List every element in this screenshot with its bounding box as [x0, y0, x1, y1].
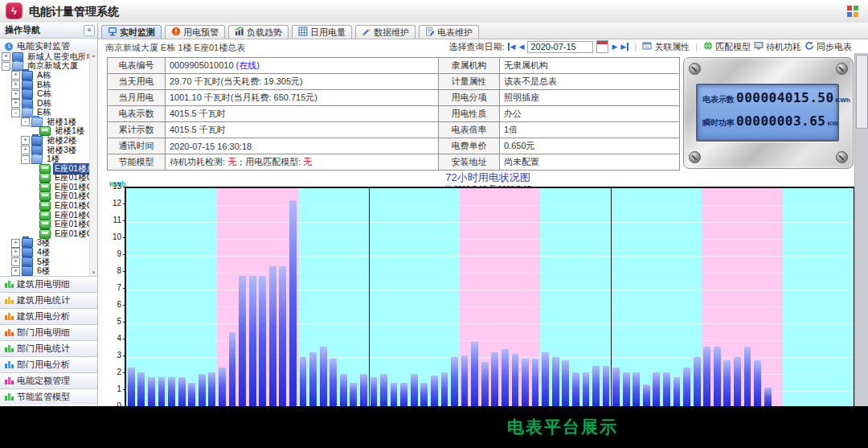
- link-attributes-button[interactable]: 关联属性: [642, 41, 690, 53]
- hourly-usage-bar: [744, 347, 751, 406]
- app-logo-icon: ϟ: [6, 2, 23, 19]
- hourly-usage-bar: [612, 368, 620, 406]
- lcd-row-reading: 电表示数 000004015.50 KWh: [702, 90, 834, 113]
- next-date-button[interactable]: ▶: [612, 43, 617, 51]
- first-date-button[interactable]: ◀: [508, 43, 516, 51]
- sidebar-section-部门用电明细[interactable]: 部门用电明细: [0, 324, 97, 340]
- tree-scrollbar[interactable]: ▲▼: [89, 52, 97, 276]
- tree-expander-icon[interactable]: +: [21, 146, 30, 154]
- tab-日用电量[interactable]: 日用电量: [292, 25, 352, 39]
- hourly-usage-bar: [734, 357, 741, 406]
- hourly-usage-bar: [481, 362, 489, 406]
- sidebar-section-label: 建筑用电分析: [17, 310, 70, 323]
- previous-date-button[interactable]: ◀: [519, 43, 525, 51]
- sidebar-section-建筑用电分析[interactable]: 建筑用电分析: [0, 308, 97, 324]
- hourly-usage-bar: [603, 366, 610, 407]
- meter-icon: [39, 201, 51, 211]
- alert-icon: [171, 27, 181, 38]
- gridline: [126, 222, 854, 223]
- sidebar-section-建筑用电统计[interactable]: 建筑用电统计: [0, 292, 97, 308]
- tab-用电预警[interactable]: 用电预警: [165, 25, 225, 39]
- scrollbar-thumb[interactable]: [856, 55, 868, 129]
- tree-expander-icon[interactable]: +: [11, 71, 20, 80]
- tree-expander-icon[interactable]: +: [21, 136, 30, 145]
- breadcrumb: 南京新城大厦 E栋 1楼 E座01楼总表: [105, 42, 245, 54]
- screw-icon: [689, 151, 701, 163]
- y-tick-mark: [123, 322, 126, 323]
- tab-label: 电表维护: [437, 27, 473, 39]
- date-label: 选择查询日期:: [449, 41, 505, 53]
- y-tick-label: 1: [104, 384, 121, 393]
- tree-expander-icon[interactable]: -: [21, 155, 30, 164]
- tree-expander-icon[interactable]: +: [2, 52, 10, 61]
- sidebar-section-部门用电统计[interactable]: 部门用电统计: [0, 340, 97, 356]
- hourly-usage-bar: [148, 377, 155, 406]
- main-scrollbar[interactable]: [854, 53, 868, 406]
- hourly-usage-bar: [158, 377, 166, 406]
- tree-expander-icon[interactable]: +: [11, 90, 20, 99]
- linkgrid-icon: [642, 41, 652, 52]
- tab-负载趋势[interactable]: 负载趋势: [228, 25, 289, 39]
- folder-icon: [31, 117, 43, 127]
- y-tick-label: 6: [104, 300, 121, 309]
- sidebar-header-label: 操作导航: [5, 25, 40, 35]
- y-tick-label: 10: [104, 232, 121, 241]
- sync-meter-button[interactable]: 同步电表: [805, 41, 852, 53]
- row-value: 尚未配置: [500, 154, 680, 171]
- tree-expander-icon[interactable]: -: [2, 62, 10, 71]
- hourly-usage-bar: [562, 360, 569, 406]
- tree-expander-icon[interactable]: +: [11, 239, 20, 248]
- day-divider-line: [369, 188, 370, 406]
- bar-chart-icon: [4, 343, 14, 355]
- titlebar: ϟ 电能计量管理系统: [0, 0, 868, 23]
- tree-expander-icon[interactable]: +: [11, 248, 20, 257]
- tree-expander-icon[interactable]: +: [11, 99, 20, 108]
- tree-expander-icon[interactable]: +: [11, 267, 20, 276]
- y-tick-label: 8: [104, 266, 121, 275]
- tree-item[interactable]: E座01楼C7: [0, 229, 97, 239]
- tab-电表维护[interactable]: 电表维护: [419, 25, 479, 39]
- last-date-button[interactable]: ▶: [620, 43, 628, 51]
- sidebar: 操作导航 « 电能实时监管 +新城人居变电所电-南京新城大厦+A栋+B栋+C栋+…: [0, 23, 98, 406]
- tab-数据维护[interactable]: 数据维护: [355, 25, 416, 39]
- lcd-label: 电表示数: [702, 94, 736, 105]
- toolbar-button-label: 同步电表: [817, 41, 852, 53]
- tab-bar: 实时监测用电预警负载趋势日用电量数据维护电表维护: [98, 23, 868, 39]
- tree-expander-icon[interactable]: -: [21, 117, 30, 126]
- tree-item[interactable]: 裙楼1楼: [0, 127, 97, 137]
- toolbar-button-label: 待机功耗: [766, 41, 801, 53]
- sidebar-section-建筑用电明细[interactable]: 建筑用电明细: [0, 276, 97, 292]
- sidebar-section-部门用电分析[interactable]: 部门用电分析: [0, 356, 97, 372]
- bar-chart-icon: [4, 360, 14, 371]
- match-model-button[interactable]: 匹配模型: [703, 41, 751, 53]
- meter-icon: [39, 229, 51, 239]
- collapse-sidebar-button[interactable]: «: [84, 25, 95, 36]
- standby-power-button[interactable]: 待机功耗: [754, 41, 801, 53]
- table-row: 电表示数4015.5 千瓦时用电性质办公: [108, 106, 680, 122]
- hourly-usage-bar: [512, 354, 519, 406]
- tree-expander-icon[interactable]: +: [11, 80, 20, 89]
- gridline: [126, 290, 854, 290]
- sidebar-section-电能定额管理[interactable]: 电能定额管理: [0, 372, 97, 388]
- tab-实时监测[interactable]: 实时监测: [101, 25, 162, 39]
- sidebar-section-节能监管模型[interactable]: 节能监管模型: [0, 388, 97, 405]
- apps-grid-icon[interactable]: [847, 6, 858, 17]
- tree-expander-icon[interactable]: +: [11, 257, 20, 266]
- tree-item[interactable]: +6楼: [0, 266, 97, 276]
- calendar-trigger-icon[interactable]: [596, 40, 608, 53]
- lcd-label: 瞬时功率: [702, 117, 736, 129]
- app-title: 电能计量管理系统: [29, 5, 119, 19]
- tab-label: 实时监测: [120, 27, 155, 39]
- date-input[interactable]: [527, 41, 593, 53]
- sidebar-section-label: 电能实时监管: [17, 40, 70, 52]
- app-window: ϟ 电能计量管理系统 操作导航 « 电能实时监管 +新城人居变电所电-南京新城大…: [0, 0, 868, 448]
- sidebar-section-label: 节能监管模型: [17, 391, 70, 403]
- y-tick-mark: [123, 356, 126, 356]
- hourly-usage-bar: [754, 360, 761, 406]
- hourly-usage-bar: [674, 377, 681, 406]
- tree-expander-icon[interactable]: -: [11, 109, 20, 117]
- hourly-usage-bar: [178, 377, 186, 406]
- table-row: 节能模型待机功耗检测: 无；用电匹配模型: 无安装地址尚未配置: [108, 154, 680, 171]
- sidebar-accordion: 建筑用电明细建筑用电统计建筑用电分析部门用电明细部门用电统计部门用电分析电能定额…: [0, 276, 97, 406]
- row-label: 节能模型: [108, 154, 166, 171]
